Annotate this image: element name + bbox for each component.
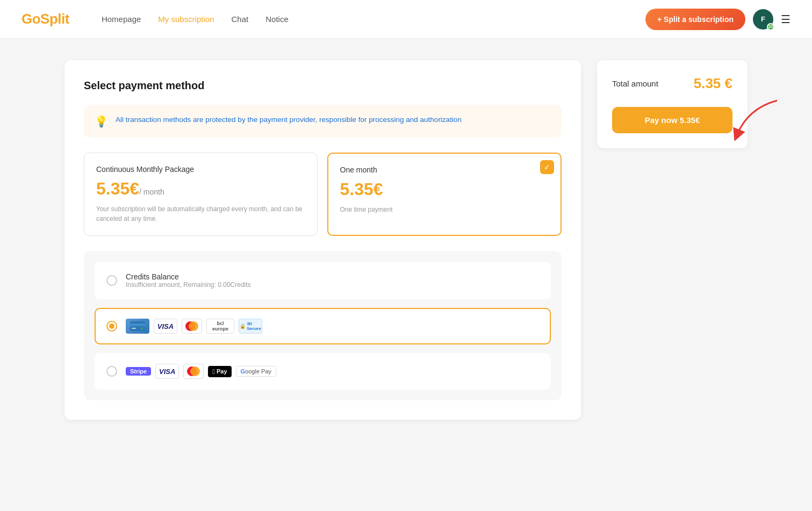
info-text: All transaction methods are protected by… [116, 114, 462, 125]
stripe-method-row[interactable]: Stripe VISA  Pay Google Pay [95, 353, 551, 390]
total-amount: 5.35 € [694, 75, 732, 92]
pay-now-button[interactable]: Pay now 5.35€ [612, 107, 732, 133]
nav-my-subscription[interactable]: My subscription [158, 15, 214, 24]
applepay-icon:  Pay [208, 366, 231, 377]
nav-notice[interactable]: Notice [265, 15, 289, 24]
onetime-package-card[interactable]: One month 5.35€ One time payment ✓ [327, 153, 562, 236]
credits-sublabel: Insufficient amount, Remaining: 0.00Cred… [126, 281, 251, 289]
onetime-package-subtext: One time payment [340, 205, 549, 214]
avatar-badge: 20 [767, 23, 774, 31]
monthly-package-title: Continuous Monthly Package [96, 165, 305, 174]
svg-point-3 [141, 327, 143, 329]
split-subscription-button[interactable]: + Split a subscription [645, 9, 745, 30]
main-content: Select payment method 💡 All transaction … [0, 39, 812, 441]
europe-card-icon: bcl europe [206, 319, 234, 334]
stripe-radio[interactable] [106, 366, 117, 377]
stripe-method-icons: Stripe VISA  Pay Google Pay [126, 364, 276, 379]
info-link[interactable]: authorization [420, 116, 462, 124]
credits-radio[interactable] [106, 275, 117, 286]
hamburger-menu[interactable]: ☰ [781, 13, 791, 26]
svg-rect-2 [132, 328, 136, 329]
header: GoSplit Homepage My subscription Chat No… [0, 0, 812, 39]
mastercard-stripe-icon [183, 364, 204, 379]
total-row: Total amount 5.35 € [612, 75, 732, 92]
avatar[interactable]: F 20 [753, 9, 773, 30]
avatar-initials: F [761, 15, 765, 23]
payment-methods: Credits Balance Insufficient amount, Rem… [84, 251, 562, 400]
monthly-package-desc: Your subscription will be automatically … [96, 204, 305, 224]
card-method-row[interactable]: VISA bcl europe 🔒3DSecure [95, 308, 551, 344]
check-icon: ✓ [540, 160, 554, 174]
total-label: Total amount [612, 79, 658, 88]
monthly-package-card[interactable]: Continuous Monthly Package 5.35€/ month … [84, 153, 318, 236]
nav-chat[interactable]: Chat [232, 15, 249, 24]
onetime-package-price: 5.35€ [340, 179, 549, 199]
visa-stripe-icon: VISA [155, 364, 179, 379]
monthly-price-unit: / month [139, 188, 164, 196]
onetime-package-title: One month [340, 165, 549, 174]
monthly-package-price: 5.35€/ month [96, 179, 305, 199]
logo: GoSplit [21, 11, 69, 27]
right-panel: Total amount 5.35 € Pay now 5.35€ [597, 60, 748, 148]
panel-title: Select payment method [84, 80, 562, 92]
arrow-decoration [731, 98, 780, 143]
nav: Homepage My subscription Chat Notice [102, 15, 624, 24]
bank-card-icon [126, 319, 149, 334]
info-box: 💡 All transaction methods are protected … [84, 105, 562, 138]
lightbulb-icon: 💡 [95, 115, 108, 128]
card-method-icons: VISA bcl europe 🔒3DSecure [126, 319, 262, 334]
card-radio[interactable] [106, 321, 117, 332]
mastercard-icon [182, 319, 202, 334]
visa-card-icon: VISA [154, 319, 177, 334]
credits-method-info: Credits Balance Insufficient amount, Rem… [126, 272, 251, 289]
credits-method-row[interactable]: Credits Balance Insufficient amount, Rem… [95, 262, 551, 299]
header-right: + Split a subscription F 20 ☰ [645, 9, 791, 30]
left-panel: Select payment method 💡 All transaction … [64, 60, 581, 420]
packages: Continuous Monthly Package 5.35€/ month … [84, 153, 562, 236]
svg-rect-1 [130, 323, 145, 326]
3ds-icon: 🔒3DSecure [239, 319, 262, 334]
stripe-icon: Stripe [126, 367, 151, 376]
gpay-icon: Google Pay [236, 366, 277, 377]
nav-homepage[interactable]: Homepage [102, 15, 141, 24]
credits-label: Credits Balance [126, 272, 251, 281]
